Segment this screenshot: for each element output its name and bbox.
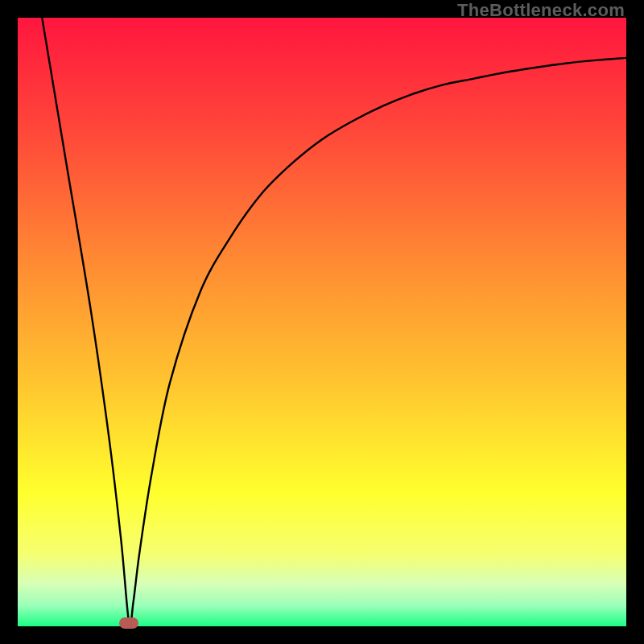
chart-background	[18, 18, 626, 626]
attribution-watermark: TheBottleneck.com	[457, 0, 625, 21]
chart-svg	[18, 18, 626, 626]
chart-frame	[18, 18, 626, 626]
minimum-marker	[119, 617, 138, 629]
